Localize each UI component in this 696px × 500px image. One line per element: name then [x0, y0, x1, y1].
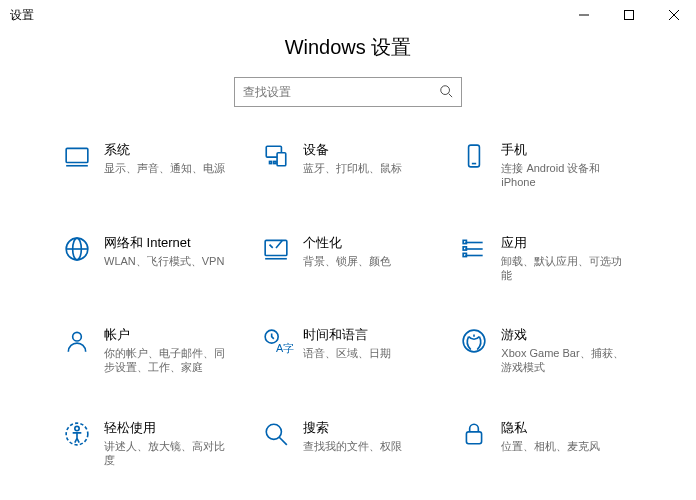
- tile-desc: 显示、声音、通知、电源: [104, 161, 225, 175]
- svg-point-25: [73, 333, 82, 342]
- tile-ease-of-access[interactable]: 轻松使用 讲述人、放大镜、高对比度: [60, 415, 239, 472]
- tile-accounts[interactable]: 帐户 你的帐户、电子邮件、同步设置、工作、家庭: [60, 322, 239, 379]
- window-controls: [561, 0, 696, 30]
- tile-desc: 你的帐户、电子邮件、同步设置、工作、家庭: [104, 346, 234, 375]
- tile-personalization[interactable]: 个性化 背景、锁屏、颜色: [259, 230, 438, 287]
- search-category-icon: [261, 419, 291, 449]
- ease-of-access-icon: [62, 419, 92, 449]
- tile-search[interactable]: 搜索 查找我的文件、权限: [259, 415, 438, 472]
- svg-point-31: [266, 424, 281, 439]
- minimize-button[interactable]: [561, 0, 606, 30]
- tile-title: 游戏: [501, 326, 631, 344]
- svg-rect-22: [463, 240, 466, 243]
- time-language-icon: A字: [261, 326, 291, 356]
- system-icon: [62, 141, 92, 171]
- tile-apps[interactable]: 应用 卸载、默认应用、可选功能: [457, 230, 636, 287]
- tile-title: 隐私: [501, 419, 600, 437]
- tile-title: 搜索: [303, 419, 402, 437]
- tile-title: 个性化: [303, 234, 391, 252]
- tile-desc: 讲述人、放大镜、高对比度: [104, 439, 234, 468]
- window-titlebar: 设置: [0, 0, 696, 30]
- tile-title: 系统: [104, 141, 225, 159]
- tile-desc: 连接 Android 设备和 iPhone: [501, 161, 631, 190]
- tile-title: 设备: [303, 141, 402, 159]
- svg-rect-10: [269, 161, 271, 163]
- settings-grid: 系统 显示、声音、通知、电源 设备 蓝牙、打印机、鼠标 手机 连接 Androi…: [60, 137, 636, 500]
- tile-title: 帐户: [104, 326, 234, 344]
- accounts-icon: [62, 326, 92, 356]
- svg-rect-11: [273, 161, 275, 163]
- tile-gaming[interactable]: 游戏 Xbox Game Bar、捕获、游戏模式: [457, 322, 636, 379]
- tile-desc: 卸载、默认应用、可选功能: [501, 254, 631, 283]
- personalization-icon: [261, 234, 291, 264]
- tile-title: 时间和语言: [303, 326, 391, 344]
- tile-desc: WLAN、飞行模式、VPN: [104, 254, 224, 268]
- tile-time-language[interactable]: A字 时间和语言 语音、区域、日期: [259, 322, 438, 379]
- svg-line-32: [279, 437, 287, 445]
- gaming-icon: [459, 326, 489, 356]
- svg-text:A字: A字: [276, 342, 294, 354]
- page-header: Windows 设置: [0, 34, 696, 61]
- svg-rect-6: [66, 148, 88, 162]
- svg-rect-33: [467, 432, 482, 444]
- search-input[interactable]: [243, 85, 439, 99]
- window-title: 设置: [10, 7, 34, 24]
- phone-icon: [459, 141, 489, 171]
- svg-point-30: [75, 426, 79, 430]
- page-title: Windows 设置: [0, 34, 696, 61]
- svg-point-4: [441, 85, 450, 94]
- devices-icon: [261, 141, 291, 171]
- tile-title: 手机: [501, 141, 631, 159]
- tile-phone[interactable]: 手机 连接 Android 设备和 iPhone: [457, 137, 636, 194]
- svg-rect-24: [463, 253, 466, 256]
- tile-desc: Xbox Game Bar、捕获、游戏模式: [501, 346, 631, 375]
- tile-desc: 背景、锁屏、颜色: [303, 254, 391, 268]
- svg-rect-23: [463, 246, 466, 249]
- svg-point-28: [463, 330, 485, 352]
- privacy-icon: [459, 419, 489, 449]
- maximize-button[interactable]: [606, 0, 651, 30]
- tile-system[interactable]: 系统 显示、声音、通知、电源: [60, 137, 239, 194]
- close-button[interactable]: [651, 0, 696, 30]
- svg-line-5: [449, 93, 453, 97]
- tile-title: 网络和 Internet: [104, 234, 224, 252]
- svg-rect-9: [277, 153, 286, 166]
- tile-desc: 蓝牙、打印机、鼠标: [303, 161, 402, 175]
- tile-privacy[interactable]: 隐私 位置、相机、麦克风: [457, 415, 636, 472]
- tile-desc: 语音、区域、日期: [303, 346, 391, 360]
- search-icon: [439, 84, 453, 101]
- tile-title: 应用: [501, 234, 631, 252]
- network-icon: [62, 234, 92, 264]
- apps-icon: [459, 234, 489, 264]
- tile-devices[interactable]: 设备 蓝牙、打印机、鼠标: [259, 137, 438, 194]
- search-box[interactable]: [234, 77, 462, 107]
- tile-desc: 查找我的文件、权限: [303, 439, 402, 453]
- tile-title: 轻松使用: [104, 419, 234, 437]
- tile-desc: 位置、相机、麦克风: [501, 439, 600, 453]
- tile-network[interactable]: 网络和 Internet WLAN、飞行模式、VPN: [60, 230, 239, 287]
- svg-rect-1: [624, 11, 633, 20]
